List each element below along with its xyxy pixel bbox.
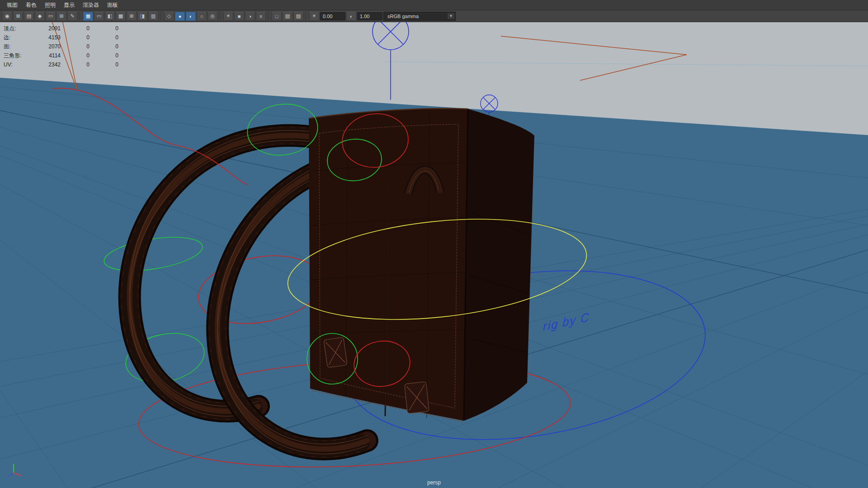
buckle-tab-right[interactable] [405, 382, 429, 414]
hud-col2: 0 [90, 24, 118, 33]
hud-label: 边: [4, 33, 39, 42]
toolbar-separator [220, 12, 221, 20]
camera-select-icon[interactable]: ◉ [2, 12, 12, 21]
toolbar-separator [80, 12, 80, 20]
3d-viewport[interactable]: 顶点: 2091 0 0 边: 4153 0 0 面: 2070 0 0 三角形… [0, 22, 868, 488]
hud-label: 三角形: [4, 51, 39, 60]
shaded-icon[interactable]: ● [175, 12, 185, 21]
hud-row-uv: UV: 2342 0 0 [4, 60, 118, 69]
panel-menu-bar: 视图 着色 照明 显示 渲染器 面板 [0, 0, 868, 10]
hud-row-triangles: 三角形: 4114 0 0 [4, 51, 118, 60]
safe-action-icon[interactable]: ◨ [137, 12, 147, 21]
wireframe-icon[interactable]: ◇ [164, 12, 174, 21]
hud-col2: 0 [90, 51, 118, 60]
toolbar-separator [161, 12, 161, 20]
toolbar-separator [269, 12, 269, 20]
hud-col1: 0 [61, 60, 90, 69]
hud-col1: 0 [61, 51, 90, 60]
scene-canvas[interactable] [0, 22, 868, 488]
gate-mask-icon[interactable]: ▩ [116, 12, 126, 21]
gamma-field[interactable]: 1.00 [357, 12, 382, 20]
hud-col2: 0 [90, 42, 118, 51]
isolate-select-icon[interactable]: □ [272, 12, 282, 21]
exposure-field[interactable]: 0.00 [320, 12, 345, 20]
safe-title-icon[interactable]: ▥ [148, 12, 158, 21]
backpack-model[interactable] [309, 108, 534, 422]
exposure-icon[interactable]: ☀ [309, 12, 319, 21]
shadows-icon[interactable]: ■ [234, 12, 244, 21]
buckle-tab-left[interactable] [324, 337, 347, 368]
hud-row-edges: 边: 4153 0 0 [4, 33, 118, 42]
hud-col1: 0 [61, 42, 90, 51]
hud-value: 4114 [39, 51, 61, 60]
hud-col2: 0 [90, 33, 118, 42]
hud-label: 面: [4, 42, 39, 51]
gamma-icon[interactable]: ◐ [346, 12, 356, 21]
field-chart-icon[interactable]: ⊞ [127, 12, 137, 21]
textured-icon[interactable]: ◐ [186, 12, 196, 21]
pan-zoom-icon[interactable]: ⊞ [57, 12, 66, 21]
hud-value: 2342 [39, 60, 61, 69]
hud-col2: 0 [90, 60, 118, 69]
viewport-toolbar: ◉ ⊠ ▤ ◆ ▭ ⊞ ✎ ▦ ▭ ◧ ▩ ⊞ ◨ ▥ ◇ ● ◐ ○ ◎ ☀ … [0, 10, 868, 22]
menu-show[interactable]: 显示 [60, 0, 79, 10]
joints-xray-icon[interactable]: ▨ [293, 12, 303, 21]
lights-icon[interactable]: ☀ [223, 12, 233, 21]
menu-shading[interactable]: 着色 [22, 0, 41, 10]
hud-row-faces: 面: 2070 0 0 [4, 42, 118, 51]
image-plane-icon[interactable]: ▭ [46, 12, 56, 21]
view-transform-dropdown[interactable]: sRGB gamma ▼ [383, 12, 456, 21]
hud-row-vertices: 顶点: 2091 0 0 [4, 24, 118, 33]
menu-view[interactable]: 视图 [3, 0, 22, 10]
menu-lighting[interactable]: 照明 [41, 0, 60, 10]
grid-toggle-icon[interactable]: ▦ [83, 12, 93, 21]
camera-attributes-icon[interactable]: ▤ [24, 12, 34, 21]
wireframe-on-shaded-icon[interactable]: ◎ [208, 12, 217, 21]
menu-renderer[interactable]: 渲染器 [79, 0, 103, 10]
anti-aliasing-icon[interactable]: ≡ [256, 12, 266, 21]
hud-col1: 0 [61, 24, 90, 33]
hud-value: 2070 [39, 42, 61, 51]
hud-value: 2091 [39, 24, 61, 33]
view-transform-value: sRGB gamma [387, 14, 419, 19]
xray-icon[interactable]: ▧ [283, 12, 292, 21]
hud-label: 顶点: [4, 24, 39, 33]
hud-col1: 0 [61, 33, 90, 42]
grease-pencil-icon[interactable]: ✎ [67, 12, 77, 21]
ambient-occlusion-icon[interactable]: ◑ [245, 12, 255, 21]
camera-name-label: persp [0, 479, 868, 486]
bookmark-icon[interactable]: ◆ [35, 12, 45, 21]
hud-label: UV: [4, 60, 39, 69]
resolution-gate-icon[interactable]: ◧ [105, 12, 115, 21]
film-gate-icon[interactable]: ▭ [94, 12, 104, 21]
toolbar-separator [306, 12, 307, 20]
chevron-down-icon: ▼ [448, 13, 454, 19]
camera-lock-icon[interactable]: ⊠ [13, 12, 23, 21]
menu-panels[interactable]: 面板 [103, 0, 122, 10]
default-material-icon[interactable]: ○ [197, 12, 207, 21]
heads-up-display: 顶点: 2091 0 0 边: 4153 0 0 面: 2070 0 0 三角形… [4, 24, 118, 69]
hud-value: 4153 [39, 33, 61, 42]
